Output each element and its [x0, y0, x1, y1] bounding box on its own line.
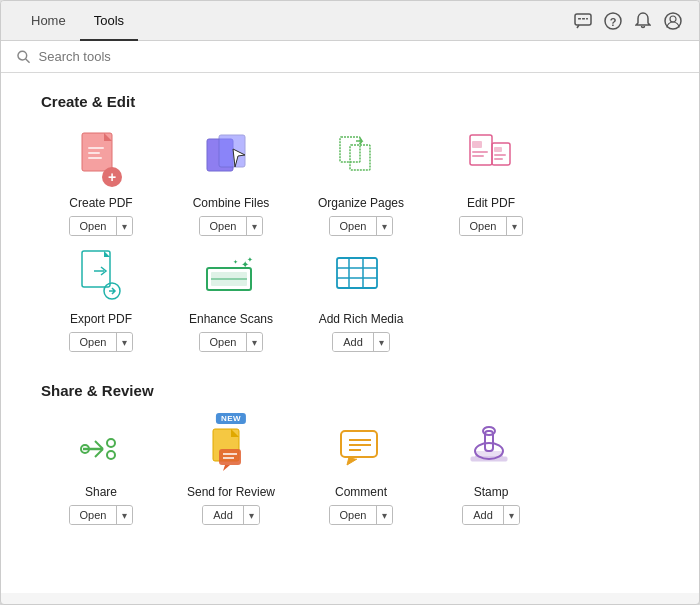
edit-pdf-dropdown-btn[interactable]: ▾ [507, 218, 522, 235]
share-icon [75, 423, 127, 475]
svg-point-43 [107, 439, 115, 447]
enhance-scans-open-btn[interactable]: Open [200, 333, 248, 351]
svg-rect-24 [472, 151, 488, 153]
svg-point-44 [107, 451, 115, 459]
organize-pages-open-btn[interactable]: Open [330, 217, 378, 235]
combine-files-dropdown-btn[interactable]: ▾ [247, 218, 262, 235]
comment-icon-wrapper [331, 419, 391, 479]
svg-text:✦: ✦ [233, 259, 238, 265]
create-edit-title: Create & Edit [41, 93, 659, 110]
share-dropdown-btn[interactable]: ▾ [117, 507, 132, 524]
svg-rect-1 [578, 18, 581, 20]
share-label: Share [85, 485, 117, 499]
tool-send-for-review: NEW Send for Review [171, 419, 291, 525]
share-btn-group: Open ▾ [69, 505, 134, 525]
add-rich-media-add-btn[interactable]: Add [333, 333, 374, 351]
export-pdf-btn-group: Open ▾ [69, 332, 134, 352]
add-rich-media-dropdown-btn[interactable]: ▾ [374, 334, 389, 351]
svg-rect-13 [88, 157, 102, 159]
add-rich-media-icon-wrapper [331, 246, 391, 306]
organize-pages-icon-wrapper [331, 130, 391, 190]
edit-pdf-icon [466, 131, 516, 189]
send-for-review-btn-group: Add ▾ [202, 505, 260, 525]
svg-rect-3 [586, 18, 588, 20]
tab-home[interactable]: Home [17, 2, 80, 41]
create-pdf-btn-group: Open ▾ [69, 216, 134, 236]
svg-text:✦: ✦ [247, 256, 253, 263]
top-nav: Home Tools ? [1, 1, 699, 41]
enhance-scans-label: Enhance Scans [189, 312, 273, 326]
tool-enhance-scans: ✦ ✦ ✦ Enhance Scans Open ▾ [171, 246, 291, 352]
svg-rect-11 [88, 147, 104, 149]
enhance-scans-icon: ✦ ✦ ✦ [203, 248, 259, 304]
comment-btn-group: Open ▾ [329, 505, 394, 525]
share-icon-wrapper [71, 419, 131, 479]
search-bar [1, 41, 699, 73]
create-pdf-icon: + [76, 131, 126, 189]
svg-rect-25 [472, 155, 484, 157]
tab-tools[interactable]: Tools [80, 2, 138, 41]
share-review-title: Share & Review [41, 382, 659, 399]
create-pdf-open-btn[interactable]: Open [70, 217, 118, 235]
stamp-icon-wrapper [461, 419, 521, 479]
svg-rect-17 [219, 135, 245, 167]
create-pdf-dropdown-btn[interactable]: ▾ [117, 218, 132, 235]
stamp-add-btn[interactable]: Add [463, 506, 504, 524]
organize-pages-icon [336, 131, 386, 189]
edit-pdf-label: Edit PDF [467, 196, 515, 210]
edit-pdf-btn-group: Open ▾ [459, 216, 524, 236]
svg-rect-27 [494, 147, 502, 152]
tool-share: Share Open ▾ [41, 419, 161, 525]
add-rich-media-icon [335, 248, 387, 304]
help-icon[interactable]: ? [603, 11, 623, 31]
svg-rect-2 [582, 18, 585, 20]
tool-comment: Comment Open ▾ [301, 419, 421, 525]
send-for-review-dropdown-btn[interactable]: ▾ [244, 507, 259, 524]
enhance-scans-icon-wrapper: ✦ ✦ ✦ [201, 246, 261, 306]
svg-rect-12 [88, 152, 100, 154]
enhance-scans-dropdown-btn[interactable]: ▾ [247, 334, 262, 351]
svg-point-8 [18, 51, 27, 60]
svg-line-9 [26, 58, 30, 62]
edit-pdf-open-btn[interactable]: Open [460, 217, 508, 235]
bell-icon[interactable] [633, 11, 653, 31]
svg-rect-29 [494, 158, 503, 160]
tool-combine-files: Combine Files Open ▾ [171, 130, 291, 236]
send-for-review-icon-wrapper: NEW [201, 419, 261, 479]
chat-icon[interactable] [573, 11, 593, 31]
search-input[interactable] [39, 49, 683, 64]
add-rich-media-label: Add Rich Media [319, 312, 404, 326]
share-review-section: Share & Review Share [41, 382, 659, 525]
main-content: Create & Edit + [1, 73, 699, 593]
share-open-btn[interactable]: Open [70, 506, 118, 524]
send-for-review-label: Send for Review [187, 485, 275, 499]
combine-files-label: Combine Files [193, 196, 270, 210]
svg-rect-38 [337, 258, 377, 288]
combine-files-open-btn[interactable]: Open [200, 217, 248, 235]
combine-files-icon-wrapper [201, 130, 261, 190]
organize-pages-dropdown-btn[interactable]: ▾ [377, 218, 392, 235]
comment-open-btn[interactable]: Open [330, 506, 378, 524]
edit-pdf-icon-wrapper [461, 130, 521, 190]
comment-dropdown-btn[interactable]: ▾ [377, 507, 392, 524]
search-icon [17, 50, 31, 64]
tool-create-pdf: + Create PDF Open ▾ [41, 130, 161, 236]
export-pdf-open-btn[interactable]: Open [70, 333, 118, 351]
svg-rect-23 [472, 141, 482, 148]
svg-rect-28 [494, 154, 506, 156]
stamp-dropdown-btn[interactable]: ▾ [504, 507, 519, 524]
nav-tabs: Home Tools [17, 1, 573, 40]
send-for-review-add-btn[interactable]: Add [203, 506, 244, 524]
comment-icon [335, 423, 387, 475]
stamp-icon [465, 421, 517, 477]
svg-rect-47 [219, 449, 241, 465]
new-badge: NEW [216, 413, 246, 424]
combine-files-btn-group: Open ▾ [199, 216, 264, 236]
create-pdf-icon-wrapper: + [71, 130, 131, 190]
svg-text:?: ? [610, 15, 617, 27]
export-pdf-dropdown-btn[interactable]: ▾ [117, 334, 132, 351]
tool-organize-pages: Organize Pages Open ▾ [301, 130, 421, 236]
export-pdf-icon-wrapper [71, 246, 131, 306]
svg-point-7 [670, 16, 676, 22]
user-icon[interactable] [663, 11, 683, 31]
